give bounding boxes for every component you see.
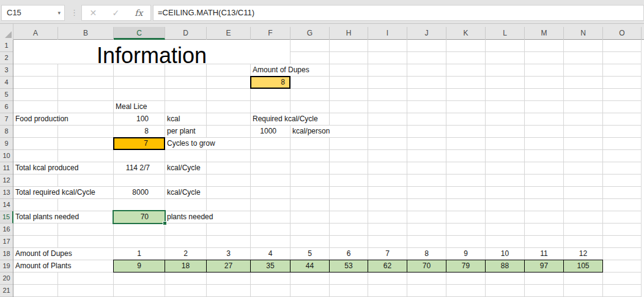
cell-K10[interactable] — [446, 150, 486, 162]
cell-O6[interactable] — [603, 101, 642, 113]
cell-G8[interactable]: kcal/person — [291, 126, 368, 138]
cell-A5[interactable] — [13, 89, 58, 101]
cell-I3[interactable] — [368, 64, 407, 77]
cell-D21[interactable] — [165, 285, 207, 297]
cell-N10[interactable] — [564, 150, 603, 162]
cell-O10[interactable] — [603, 150, 642, 162]
cell-I12[interactable] — [368, 175, 407, 187]
cell-B12[interactable] — [58, 175, 114, 187]
cell-C12[interactable] — [114, 175, 165, 187]
cell-I4[interactable] — [368, 77, 407, 89]
cell-A18[interactable]: Amount of Dupes — [13, 248, 114, 260]
cell-A21[interactable] — [13, 285, 58, 297]
cell-L15[interactable] — [486, 211, 525, 224]
cell-O21[interactable] — [603, 285, 642, 297]
cell-F7[interactable]: Required kcal/Cycle — [251, 113, 330, 126]
cell-D7[interactable]: kcal — [165, 113, 207, 126]
cell-A6[interactable] — [13, 101, 58, 113]
cell-K18[interactable]: 9 — [446, 248, 486, 260]
cell-E12[interactable] — [207, 175, 251, 187]
cell-K12[interactable] — [446, 175, 486, 187]
cell-J9[interactable] — [407, 138, 446, 150]
cell-H13[interactable] — [330, 187, 368, 199]
cell-K5[interactable] — [446, 89, 486, 101]
cell-F15[interactable] — [251, 211, 291, 224]
cell-H7[interactable] — [330, 113, 368, 126]
cell-M20[interactable] — [525, 273, 564, 285]
cell-I6[interactable] — [368, 101, 407, 113]
cell-O18[interactable] — [603, 248, 642, 260]
cell-G4[interactable] — [291, 77, 330, 89]
cell-G20[interactable] — [291, 273, 330, 285]
cell-C17[interactable] — [114, 236, 165, 248]
cell-B20[interactable] — [58, 273, 114, 285]
cell-F12[interactable] — [251, 175, 291, 187]
cell-M9[interactable] — [525, 138, 564, 150]
cell-M5[interactable] — [525, 89, 564, 101]
cell-I1[interactable] — [368, 40, 407, 52]
cell-O5[interactable] — [603, 89, 642, 101]
cell-I5[interactable] — [368, 89, 407, 101]
cell-H5[interactable] — [330, 89, 368, 101]
cell-L3[interactable] — [486, 64, 525, 77]
cell-N18[interactable]: 12 — [564, 248, 603, 260]
cell-M17[interactable] — [525, 236, 564, 248]
cell-K20[interactable] — [446, 273, 486, 285]
cell-L2[interactable] — [486, 52, 525, 64]
cell-E17[interactable] — [207, 236, 251, 248]
cell-F18[interactable]: 4 — [251, 248, 291, 260]
cell-N8[interactable] — [564, 126, 603, 138]
cell-N9[interactable] — [564, 138, 603, 150]
cell-D4[interactable] — [165, 77, 207, 89]
cell-E7[interactable] — [207, 113, 251, 126]
cell-O12[interactable] — [603, 175, 642, 187]
cell-F13[interactable] — [251, 187, 291, 199]
cell-N13[interactable] — [564, 187, 603, 199]
cell-G17[interactable] — [291, 236, 330, 248]
cell-O13[interactable] — [603, 187, 642, 199]
cell-H11[interactable] — [330, 162, 368, 175]
cell-G13[interactable] — [291, 187, 330, 199]
cell-G9[interactable] — [291, 138, 330, 150]
cell-K16[interactable] — [446, 224, 486, 236]
cell-L18[interactable]: 10 — [486, 248, 525, 260]
cell-F9[interactable] — [251, 138, 291, 150]
cell-D18[interactable]: 2 — [165, 248, 207, 260]
cell-M13[interactable] — [525, 187, 564, 199]
cell-O17[interactable] — [603, 236, 642, 248]
cell-H17[interactable] — [330, 236, 368, 248]
cell-G10[interactable] — [291, 150, 330, 162]
cell-G1[interactable] — [291, 40, 330, 52]
cell-A12[interactable] — [13, 175, 58, 187]
cell-A9[interactable] — [13, 138, 58, 150]
cell-A19[interactable]: Amount of Plants — [13, 260, 114, 273]
cell-M1[interactable] — [525, 40, 564, 52]
cell-G15[interactable] — [291, 211, 330, 224]
cell-J12[interactable] — [407, 175, 446, 187]
cell-L1[interactable] — [486, 40, 525, 52]
cell-L14[interactable] — [486, 199, 525, 211]
cell-I8[interactable] — [368, 126, 407, 138]
cell-K21[interactable] — [446, 285, 486, 297]
cell-N2[interactable] — [564, 52, 603, 64]
cell-C14[interactable] — [114, 199, 165, 211]
cell-F3[interactable]: Amount of Dupes — [251, 64, 330, 77]
cell-A17[interactable] — [13, 236, 58, 248]
cell-C21[interactable] — [114, 285, 165, 297]
cell-L8[interactable] — [486, 126, 525, 138]
cell-E10[interactable] — [207, 150, 251, 162]
cell-D15[interactable]: plants needed — [165, 211, 251, 224]
cell-K8[interactable] — [446, 126, 486, 138]
cell-M15[interactable] — [525, 211, 564, 224]
cell-A11[interactable]: Total kcal produced — [13, 162, 114, 175]
cell-O15[interactable] — [603, 211, 642, 224]
cell-D8[interactable]: per plant — [165, 126, 207, 138]
cell-G14[interactable] — [291, 199, 330, 211]
cell-J11[interactable] — [407, 162, 446, 175]
cell-O4[interactable] — [603, 77, 642, 89]
cell-C11[interactable]: 114 2/7 — [114, 162, 165, 175]
cell-L13[interactable] — [486, 187, 525, 199]
cell-N21[interactable] — [564, 285, 603, 297]
cell-F4[interactable]: 8 — [250, 76, 291, 89]
cell-G12[interactable] — [291, 175, 330, 187]
